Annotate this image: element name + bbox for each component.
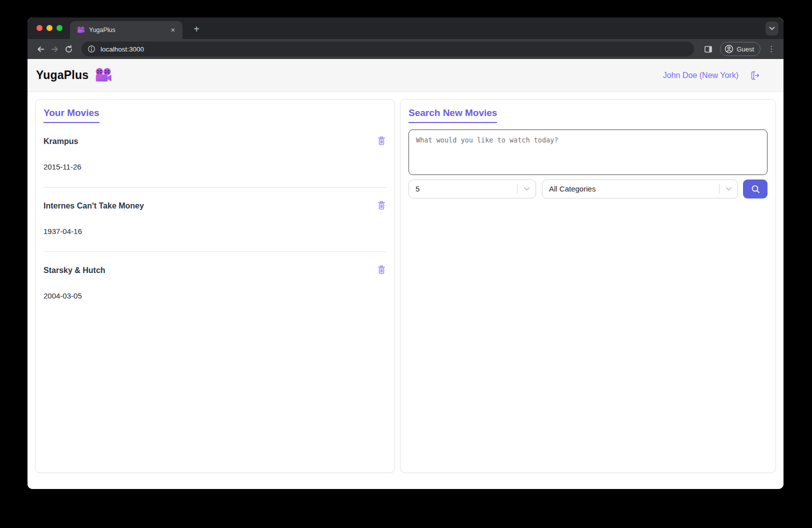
movie-title: Starsky & Hutch: [44, 266, 106, 275]
search-icon: [750, 184, 760, 194]
close-window-button[interactable]: [36, 25, 42, 31]
search-controls: 5 All Categories: [408, 180, 768, 198]
search-query-input[interactable]: [408, 130, 768, 175]
browser-tab[interactable]: YugaPlus ×: [70, 21, 182, 39]
forward-arrow-icon: [50, 45, 59, 54]
reload-icon: [64, 45, 73, 54]
app-title: YugaPlus: [36, 68, 88, 82]
chevron-down-icon: [769, 26, 775, 30]
reload-button[interactable]: [62, 42, 76, 56]
delete-movie-button[interactable]: [376, 136, 386, 148]
tab-strip: YugaPlus × +: [28, 18, 784, 39]
logout-button[interactable]: [748, 70, 760, 82]
movie-title: Internes Can't Take Money: [44, 201, 144, 210]
movie-release-date: 2015-11-26: [44, 162, 386, 171]
movie-list-item: Starsky & Hutch: [44, 252, 386, 316]
window-controls: [36, 25, 62, 31]
side-panel-icon: [704, 45, 712, 54]
tab-search-button[interactable]: [766, 22, 778, 36]
browser-menu-button[interactable]: ⋮: [766, 42, 778, 56]
results-count-value: 5: [409, 184, 517, 193]
movie-title: Krampus: [44, 136, 78, 146]
category-select[interactable]: All Categories: [542, 180, 738, 198]
browser-toolbar: localhost:3000 Guest ⋮: [28, 39, 784, 59]
profile-button[interactable]: Guest: [720, 42, 760, 56]
forward-button[interactable]: [48, 42, 62, 56]
movie-camera-icon: [94, 68, 112, 83]
new-tab-button[interactable]: +: [190, 22, 204, 36]
person-icon: [724, 44, 734, 54]
results-count-select[interactable]: 5: [408, 180, 536, 198]
trash-icon: [376, 200, 386, 210]
trash-icon: [376, 264, 386, 275]
category-value: All Categories: [542, 184, 719, 193]
app-page: YugaPlus John Doe (New York): [28, 59, 784, 489]
desktop-background: YugaPlus × +: [0, 0, 812, 528]
favicon-movie-camera-icon: [77, 26, 85, 34]
your-movies-panel: Your Movies Krampus: [35, 99, 395, 473]
back-arrow-icon: [36, 45, 45, 54]
movie-list-item: Internes Can't Take Money: [44, 188, 386, 252]
search-button[interactable]: [743, 180, 768, 198]
browser-window: YugaPlus × +: [28, 18, 784, 489]
movie-list-item: Krampus 2015-11: [44, 123, 386, 188]
delete-movie-button[interactable]: [376, 264, 386, 276]
logout-icon: [748, 70, 760, 82]
delete-movie-button[interactable]: [376, 200, 386, 212]
search-movies-panel: Search New Movies 5: [400, 99, 776, 473]
minimize-window-button[interactable]: [46, 25, 52, 31]
user-label: John Doe (New York): [663, 71, 738, 80]
close-tab-icon[interactable]: ×: [168, 26, 178, 34]
back-button[interactable]: [34, 42, 48, 56]
your-movies-title: Your Movies: [44, 108, 100, 123]
profile-label: Guest: [736, 46, 754, 53]
maximize-window-button[interactable]: [56, 25, 62, 31]
movie-release-date: 2004-03-05: [44, 292, 386, 300]
url-text: localhost:3000: [100, 46, 144, 53]
trash-icon: [376, 136, 386, 146]
movie-release-date: 1937-04-16: [44, 227, 386, 236]
site-info-icon[interactable]: [88, 45, 96, 53]
side-panel-button[interactable]: [701, 42, 715, 56]
chevron-down-icon: [726, 187, 732, 191]
app-brand: YugaPlus: [36, 68, 112, 83]
search-movies-title: Search New Movies: [408, 108, 497, 123]
app-header: YugaPlus John Doe (New York): [28, 59, 784, 92]
movie-list: Krampus 2015-11: [44, 123, 386, 316]
tab-title: YugaPlus: [89, 26, 168, 34]
main-content: Your Movies Krampus: [28, 92, 784, 489]
chevron-down-icon: [524, 187, 530, 191]
address-bar[interactable]: localhost:3000: [82, 42, 694, 56]
